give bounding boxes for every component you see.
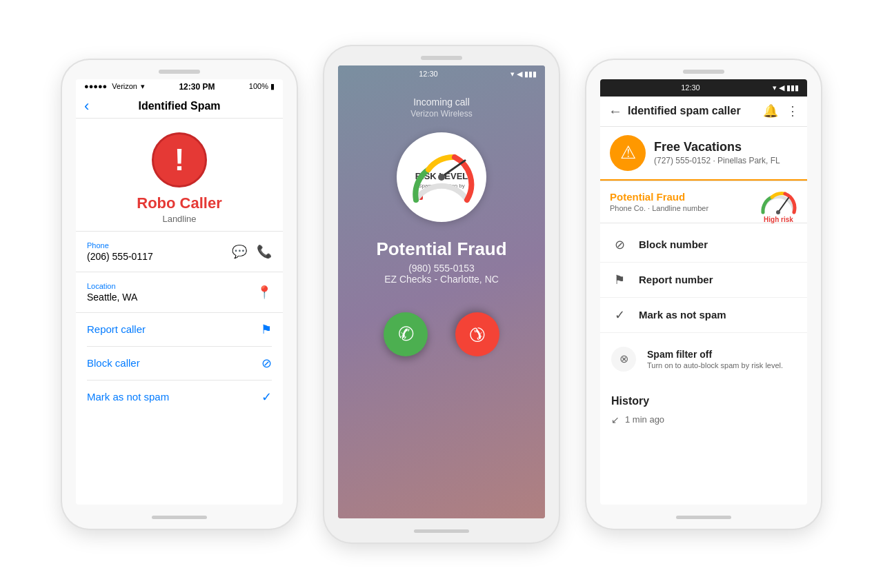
call-buttons: › ✆ ✆ ‹ <box>338 312 545 356</box>
block-number-row[interactable]: ⊘ Block number <box>600 227 807 263</box>
filter-icon: ⊗ <box>619 352 628 365</box>
phone-action-icons: 💬 📞 <box>232 244 272 259</box>
phone-label: Phone <box>87 241 153 250</box>
decline-icon: ✆ <box>464 321 491 348</box>
phone-2-speaker <box>421 56 462 60</box>
bell-icon[interactable]: 🔔 <box>763 103 778 119</box>
not-spam-row[interactable]: Mark as not spam ✓ <box>87 381 272 414</box>
spam-filter-section: ⊗ Spam filter off Turn on to auto-block … <box>600 337 807 381</box>
battery-1: 100% ▮ <box>249 82 275 91</box>
history-call-icon: ↙ <box>611 414 619 425</box>
phone-3-speaker <box>683 70 724 74</box>
phone-info-row: Phone (206) 555-0117 💬 📞 <box>87 237 272 266</box>
home-bar-2 <box>414 529 469 533</box>
spam-icon-area: ! Robo Caller Landline <box>76 119 283 231</box>
warning-icon: ⚠ <box>620 142 636 163</box>
status-icons-2: ▾ ◀ ▮▮▮ <box>510 70 537 79</box>
fraud-sub-3: Phone Co. · Landline number <box>610 204 708 212</box>
caller-info-3: ⚠ Free Vacations (727) 555-0152 · Pinell… <box>600 127 807 179</box>
block-caller-row[interactable]: Block caller ⊘ <box>87 347 272 381</box>
phone-3: 12:30 ▾ ◀ ▮▮▮ ← Identified spam caller 🔔… <box>586 60 821 529</box>
spam-circle-icon: ! <box>152 132 207 187</box>
status-time-2: 12:30 <box>419 70 438 78</box>
block-number-icon: ⊘ <box>611 237 628 252</box>
block-caller-label: Block caller <box>87 357 140 369</box>
block-icon: ⊘ <box>261 356 272 371</box>
home-bar-3 <box>676 516 731 519</box>
phones-container: ●●●●● Verizon ▾ 12:30 PM 100% ▮ ‹ Identi… <box>48 32 835 556</box>
caller-avatar-3: ⚠ <box>610 135 646 171</box>
call-icon[interactable]: 📞 <box>257 244 272 259</box>
phone-value: (206) 555-0117 <box>87 251 153 262</box>
history-section: History ↙ 1 min ago <box>600 385 807 435</box>
not-spam-label: Mark as not spam <box>87 391 169 403</box>
location-value: Seattle, WA <box>87 292 137 303</box>
svg-point-1 <box>776 210 780 214</box>
phone-info-left: Phone (206) 555-0117 <box>87 241 153 262</box>
back-button-1[interactable]: ‹ <box>84 97 89 115</box>
decline-call-button[interactable]: ✆ <box>446 303 509 365</box>
signal-carrier: ●●●●● Verizon ▾ <box>84 82 145 91</box>
report-caller-label: Report caller <box>87 323 146 335</box>
action-section-1: Report caller ⚑ Block caller ⊘ Mark as n… <box>76 312 283 414</box>
risk-gauge-container: RISK LEVEL Spam Detection by V <box>397 132 486 222</box>
accept-call-button[interactable]: ✆ <box>384 312 428 356</box>
spam-filter-icon: ⊗ <box>611 347 636 372</box>
location-icon: 📍 <box>257 285 272 300</box>
exclamation-icon: ! <box>175 143 185 177</box>
fraud-company: EZ Checks - Charlotte, NC <box>376 274 506 285</box>
location-info-section: Location Seattle, WA 📍 <box>76 272 283 312</box>
nav-bar-3: ← Identified spam caller 🔔 ⋮ <box>600 97 807 127</box>
history-title: History <box>611 395 796 407</box>
status-time-1: 12:30 PM <box>179 82 215 92</box>
gauge-circle: RISK LEVEL Spam Detection by V <box>397 132 486 222</box>
history-row: ↙ 1 min ago <box>611 414 796 425</box>
caller-fraud-info: Potential Fraud (980) 555-0153 EZ Checks… <box>376 239 506 285</box>
home-bar-1 <box>152 516 207 519</box>
status-bar-3: 12:30 ▾ ◀ ▮▮▮ <box>600 79 807 97</box>
page-title-1: Identified Spam <box>138 100 220 112</box>
caller-type-1: Landline <box>162 214 196 224</box>
phone-info-section: Phone (206) 555-0117 💬 📞 <box>76 231 283 272</box>
not-spam-label-3: Mark as not spam <box>639 309 726 321</box>
not-spam-icon-3: ✓ <box>611 307 628 323</box>
spam-filter-title: Spam filter off <box>647 349 796 360</box>
report-caller-row[interactable]: Report caller ⚑ <box>87 313 272 347</box>
status-bar-2: 12:30 ▾ ◀ ▮▮▮ <box>338 65 545 83</box>
not-spam-row-3[interactable]: ✓ Mark as not spam <box>600 298 807 333</box>
phone-2: 12:30 ▾ ◀ ▮▮▮ Incoming call Verizon Wire… <box>324 46 559 543</box>
gauge-dot <box>438 174 445 181</box>
action-list-3: ⊘ Block number ⚑ Report number ✓ Mark as… <box>600 227 807 333</box>
nav-bar-1: ‹ Identified Spam <box>76 94 283 119</box>
location-info-left: Location Seattle, WA <box>87 282 137 303</box>
message-icon[interactable]: 💬 <box>232 244 247 259</box>
back-button-3[interactable]: ← <box>608 103 622 119</box>
status-bar-1: ●●●●● Verizon ▾ 12:30 PM 100% ▮ <box>76 79 283 94</box>
phone1-content: ! Robo Caller Landline Phone (206) 555-0… <box>76 119 283 414</box>
mini-gauge-svg <box>760 188 797 216</box>
fraud-label-3: Potential Fraud <box>610 191 708 203</box>
incoming-label: Incoming call <box>413 97 470 108</box>
phone-3-screen: 12:30 ▾ ◀ ▮▮▮ ← Identified spam caller 🔔… <box>600 79 807 505</box>
spam-filter-sub: Turn on to auto-block spam by risk level… <box>647 361 796 369</box>
more-icon[interactable]: ⋮ <box>786 103 799 119</box>
report-number-icon: ⚑ <box>611 272 628 287</box>
fraud-band-left: Potential Fraud Phone Co. · Landline num… <box>610 191 708 212</box>
caller-number-3: (727) 555-0152 · Pinellas Park, FL <box>654 156 797 165</box>
fraud-band: Potential Fraud Phone Co. · Landline num… <box>600 181 807 223</box>
report-number-row[interactable]: ⚑ Report number <box>600 263 807 298</box>
phone2-screen-content: 12:30 ▾ ◀ ▮▮▮ Incoming call Verizon Wire… <box>338 65 545 518</box>
mini-gauge-3: High risk <box>760 188 797 216</box>
location-label: Location <box>87 282 137 290</box>
phone-1: ●●●●● Verizon ▾ 12:30 PM 100% ▮ ‹ Identi… <box>62 60 297 529</box>
phone-1-screen: ●●●●● Verizon ▾ 12:30 PM 100% ▮ ‹ Identi… <box>76 79 283 505</box>
status-time-3: 12:30 <box>681 83 700 92</box>
not-spam-icon: ✓ <box>261 389 272 405</box>
report-icon: ⚑ <box>261 322 272 337</box>
page-title-3: Identified spam caller <box>628 105 757 117</box>
incoming-carrier: Verizon Wireless <box>410 109 472 119</box>
phone-1-speaker <box>159 70 200 74</box>
caller-details-3: Free Vacations (727) 555-0152 · Pinellas… <box>654 140 797 165</box>
svg-line-0 <box>778 198 788 212</box>
caller-name-3: Free Vacations <box>654 140 797 154</box>
